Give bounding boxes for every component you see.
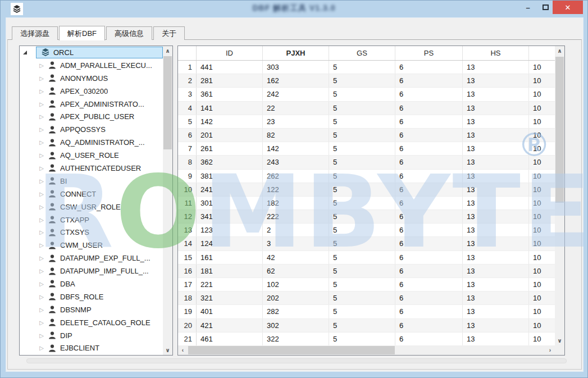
table-cell[interactable]: 6: [395, 251, 463, 264]
expander-closed-icon[interactable]: ▷: [38, 139, 45, 145]
table-cell[interactable]: 161: [197, 251, 263, 264]
table-cell[interactable]: 13: [463, 102, 529, 115]
table-cell[interactable]: 13: [463, 61, 529, 74]
table-cell[interactable]: 202: [263, 292, 329, 304]
table-cell[interactable]: 23: [263, 115, 329, 128]
table-cell[interactable]: 10: [529, 319, 555, 332]
table-cell[interactable]: 42: [263, 251, 329, 264]
expander-closed-icon[interactable]: ▷: [38, 320, 45, 326]
expander-closed-icon[interactable]: ▷: [38, 255, 45, 261]
table-cell[interactable]: 5: [329, 88, 395, 101]
tab-parse-dbf[interactable]: 解析DBF: [59, 26, 105, 40]
table-row[interactable]: 18 321 202 5 6 13 10: [178, 292, 555, 305]
table-cell[interactable]: 6: [395, 210, 463, 223]
table-cell[interactable]: 13: [463, 129, 529, 142]
table-cell[interactable]: 6: [395, 237, 463, 250]
table-cell[interactable]: 10: [529, 74, 555, 87]
table-cell[interactable]: 6: [395, 319, 463, 332]
table-cell[interactable]: 5: [329, 129, 395, 142]
table-cell[interactable]: 6: [395, 183, 463, 196]
scroll-right-icon[interactable]: ›: [545, 345, 555, 355]
table-cell[interactable]: 142: [263, 142, 329, 155]
table-cell[interactable]: 341: [197, 210, 263, 223]
tree-vertical-scrollbar[interactable]: ∧ ∨: [163, 46, 172, 355]
table-cell[interactable]: 13: [463, 292, 529, 304]
table-cell[interactable]: 6: [395, 74, 463, 87]
table-row[interactable]: 17 221 102 5 6 13 10: [178, 278, 555, 292]
expander-closed-icon[interactable]: ▷: [38, 113, 45, 120]
scroll-up-icon[interactable]: ∧: [163, 46, 172, 56]
table-cell[interactable]: 10: [529, 102, 555, 115]
table-cell[interactable]: 22: [263, 102, 329, 115]
minimize-button[interactable]: –: [517, 1, 539, 14]
expander-closed-icon[interactable]: ▷: [38, 165, 45, 171]
table-cell[interactable]: 5: [329, 74, 395, 87]
grid-header-extra[interactable]: [529, 46, 555, 60]
table-row[interactable]: 11 301 182 5 6 13 10: [178, 197, 555, 210]
table-cell[interactable]: 322: [263, 333, 329, 345]
table-cell[interactable]: 401: [197, 305, 263, 318]
table-cell[interactable]: 6: [395, 61, 463, 74]
table-cell[interactable]: 6: [395, 305, 463, 318]
table-cell[interactable]: 10: [529, 265, 555, 277]
table-cell[interactable]: 10: [529, 305, 555, 318]
table-cell[interactable]: 181: [197, 265, 263, 277]
expander-closed-icon[interactable]: ▷: [38, 126, 45, 133]
table-cell[interactable]: 141: [197, 102, 263, 115]
expander-closed-icon[interactable]: ▷: [38, 281, 45, 287]
table-cell[interactable]: 5: [329, 183, 395, 196]
table-cell[interactable]: 6: [395, 88, 463, 101]
expander-closed-icon[interactable]: ▷: [38, 62, 45, 69]
tree-item[interactable]: ▷ CWM_USER: [20, 239, 163, 252]
table-cell[interactable]: 10: [529, 156, 555, 168]
tree-item[interactable]: ▷ BI: [20, 175, 163, 188]
grid-horizontal-scrollbar[interactable]: ‹ ›: [178, 345, 555, 355]
table-cell[interactable]: 321: [197, 292, 263, 304]
table-cell[interactable]: 13: [463, 197, 529, 210]
table-cell[interactable]: 5: [329, 210, 395, 223]
table-row[interactable]: 20 421 302 5 6 13 10: [178, 319, 555, 333]
table-cell[interactable]: 381: [197, 170, 263, 183]
table-cell[interactable]: 13: [463, 237, 529, 250]
table-row[interactable]: 6 201 82 5 6 13 10: [178, 129, 555, 142]
table-cell[interactable]: 201: [197, 129, 263, 142]
table-row[interactable]: 19 401 282 5 6 13 10: [178, 305, 555, 318]
expander-closed-icon[interactable]: ▷: [38, 75, 45, 81]
table-cell[interactable]: 6: [395, 102, 463, 115]
tree-item[interactable]: ▷ AQ_ADMINISTRATOR_...: [20, 136, 163, 149]
table-cell[interactable]: 10: [529, 210, 555, 223]
scroll-down-icon[interactable]: ∨: [163, 345, 172, 355]
tree-item[interactable]: ▷ DBA: [20, 277, 163, 290]
expander-closed-icon[interactable]: ▷: [38, 307, 45, 313]
table-cell[interactable]: 13: [463, 88, 529, 101]
table-cell[interactable]: 5: [329, 265, 395, 277]
table-row[interactable]: 10 241 122 5 6 13 10: [178, 183, 555, 197]
grid-vertical-scrollbar[interactable]: ∧ ∨: [555, 46, 564, 345]
expander-closed-icon[interactable]: ▷: [38, 229, 45, 235]
table-cell[interactable]: 10: [529, 88, 555, 101]
table-cell[interactable]: 13: [463, 224, 529, 236]
expander-closed-icon[interactable]: ▷: [38, 101, 45, 107]
table-row[interactable]: 8 362 243 5 6 13 10: [178, 156, 555, 169]
grid-header-gs[interactable]: GS: [329, 46, 395, 60]
expander-closed-icon[interactable]: ▷: [38, 88, 45, 94]
expander-closed-icon[interactable]: ▷: [38, 204, 45, 210]
tab-about[interactable]: 关于: [153, 26, 185, 40]
table-cell[interactable]: 241: [197, 183, 263, 196]
table-cell[interactable]: 13: [463, 142, 529, 155]
tree-item[interactable]: ▷ DATAPUMP_IMP_FULL_...: [20, 265, 163, 277]
table-cell[interactable]: 10: [529, 115, 555, 128]
table-cell[interactable]: 122: [263, 183, 329, 196]
table-cell[interactable]: 5: [329, 319, 395, 332]
table-cell[interactable]: 5: [329, 115, 395, 128]
table-cell[interactable]: 13: [463, 251, 529, 264]
expander-closed-icon[interactable]: ▷: [38, 345, 45, 351]
table-cell[interactable]: 2: [263, 224, 329, 236]
table-cell[interactable]: 5: [329, 142, 395, 155]
table-cell[interactable]: 124: [197, 237, 263, 250]
tree-root-selection[interactable]: ORCL: [36, 47, 163, 58]
table-row[interactable]: 2 281 162 5 6 13 10: [178, 74, 555, 88]
table-cell[interactable]: 6: [395, 129, 463, 142]
table-cell[interactable]: 301: [197, 197, 263, 210]
tree-item[interactable]: ▷ DBFS_ROLE: [20, 290, 163, 303]
